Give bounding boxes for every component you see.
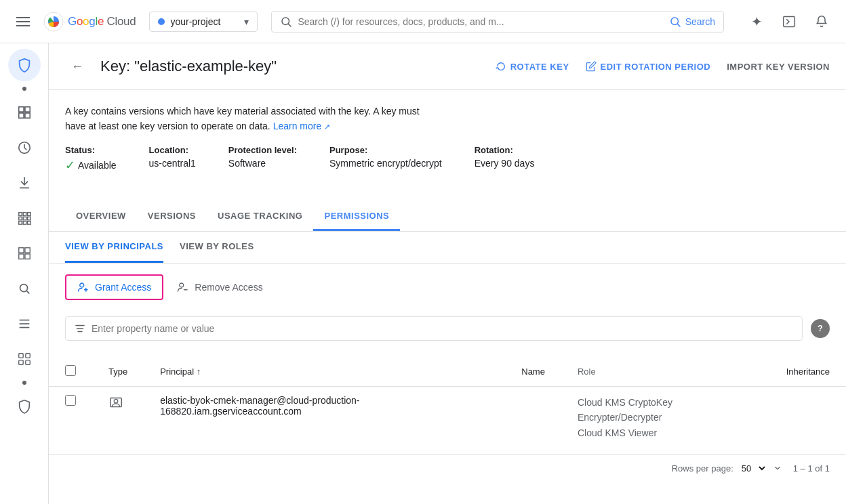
- help-button[interactable]: ?: [811, 319, 830, 338]
- svg-rect-30: [25, 354, 29, 358]
- main-layout: ← Key: "elastic-example-key" ROTATE KEY …: [0, 43, 846, 504]
- sidebar-item-grid[interactable]: [8, 202, 41, 234]
- inheritance-header: Inheritance: [770, 357, 846, 387]
- table: Type Principal ↑ Name Role Inheritance: [49, 357, 846, 448]
- svg-line-4: [677, 24, 680, 26]
- project-dot-icon: [158, 18, 165, 25]
- meta-purpose: Purpose: Symmetric encrypt/decrypt: [329, 145, 442, 173]
- tab-usage[interactable]: USAGE TRACKING: [207, 203, 313, 231]
- project-selector[interactable]: your-project ▾: [149, 12, 258, 32]
- grid-icon: [17, 211, 32, 226]
- page-body: A key contains versions which have key m…: [49, 90, 846, 203]
- main-tabs: OVERVIEW VERSIONS USAGE TRACKING PERMISS…: [49, 203, 846, 232]
- sidebar-item-dashboard[interactable]: [8, 96, 41, 129]
- svg-rect-32: [25, 360, 29, 364]
- svg-rect-9: [24, 113, 29, 118]
- svg-point-34: [180, 283, 184, 287]
- edit-icon: [586, 61, 597, 72]
- pagination-info: 1 – 1 of 1: [793, 463, 830, 474]
- sub-tabs: VIEW BY PRINCIPALS VIEW BY ROLES: [49, 232, 846, 264]
- remove-access-icon: [177, 281, 189, 293]
- row-checkbox[interactable]: [65, 395, 76, 406]
- rows-per-page-select[interactable]: 50 25 100: [739, 463, 767, 474]
- row-role-cell: Cloud KMS CryptoKey Encrypter/Decrypter …: [561, 386, 770, 448]
- sidebar-item-download[interactable]: [8, 167, 41, 199]
- svg-rect-23: [24, 254, 29, 259]
- rotate-key-button[interactable]: ROTATE KEY: [496, 61, 569, 72]
- sub-tab-roles[interactable]: VIEW BY ROLES: [180, 232, 254, 263]
- sub-tab-principals[interactable]: VIEW BY PRINCIPALS: [65, 232, 163, 263]
- principal-header: Principal ↑: [144, 357, 505, 387]
- terminal-icon: [782, 15, 796, 28]
- svg-line-25: [26, 291, 29, 293]
- search-button[interactable]: Search: [669, 16, 715, 28]
- svg-line-2: [289, 24, 291, 26]
- svg-rect-14: [18, 217, 22, 220]
- row-type-cell: [92, 386, 144, 448]
- search-input[interactable]: [298, 16, 663, 27]
- sidebar-item-shield2[interactable]: [8, 390, 41, 423]
- svg-rect-8: [18, 113, 23, 118]
- learn-more-link[interactable]: Learn more ↗: [273, 121, 330, 131]
- tab-permissions[interactable]: PERMISSIONS: [313, 203, 400, 231]
- svg-rect-7: [24, 107, 29, 112]
- project-name: your-project: [170, 16, 239, 27]
- remove-access-button[interactable]: Remove Access: [172, 276, 268, 299]
- search-icon: [280, 16, 292, 28]
- sidebar-item-list[interactable]: [8, 308, 41, 340]
- type-header: Type: [92, 357, 144, 387]
- svg-point-1: [282, 18, 289, 25]
- terminal-button[interactable]: [776, 8, 803, 35]
- search-btn-icon: [669, 16, 681, 28]
- dropdown-icon: [773, 463, 782, 473]
- edit-rotation-button[interactable]: EDIT ROTATION PERIOD: [586, 61, 711, 72]
- table-footer: Rows per page: 50 25 100 1 – 1 of 1: [49, 454, 846, 482]
- role-header: Role: [561, 357, 770, 387]
- svg-rect-16: [27, 217, 31, 220]
- notification-button[interactable]: [808, 8, 835, 35]
- table-row: elastic-byok-cmek-manager@cloud-producti…: [49, 386, 846, 448]
- svg-rect-18: [23, 222, 26, 225]
- table-header-row: Type Principal ↑ Name Role Inheritance: [49, 357, 846, 387]
- select-all-header: [49, 357, 92, 387]
- permissions-table: Type Principal ↑ Name Role Inheritance: [49, 357, 846, 448]
- meta-protection: Protection level: Software: [228, 145, 297, 173]
- sparkle-button[interactable]: ✦: [743, 8, 770, 35]
- import-key-button[interactable]: IMPORT KEY VERSION: [727, 62, 830, 72]
- download-icon: [17, 175, 32, 190]
- sidebar-item-apps[interactable]: [8, 343, 41, 375]
- shield-icon: [17, 58, 32, 72]
- filter-row: ?: [49, 311, 846, 346]
- filter-input[interactable]: [92, 323, 794, 334]
- tab-overview[interactable]: OVERVIEW: [65, 203, 137, 231]
- search-bar[interactable]: Search: [271, 11, 724, 33]
- sidebar: [0, 43, 49, 504]
- topbar: Google Cloud your-project ▾ Search ✦: [0, 0, 846, 43]
- sidebar-item-shield[interactable]: [8, 49, 41, 81]
- back-button[interactable]: ←: [65, 54, 89, 79]
- page-title: Key: "elastic-example-key": [100, 58, 485, 75]
- svg-point-40: [114, 399, 118, 403]
- search-sidebar-icon: [17, 281, 32, 296]
- svg-rect-31: [18, 360, 22, 364]
- sidebar-dot-1: [22, 87, 26, 91]
- sidebar-item-security[interactable]: [8, 131, 41, 164]
- menu-button[interactable]: [11, 12, 35, 32]
- meta-location: Location: us-central1: [149, 145, 196, 173]
- tab-versions[interactable]: VERSIONS: [137, 203, 207, 231]
- sidebar-item-search[interactable]: [8, 272, 41, 305]
- key-description: A key contains versions which have key m…: [65, 104, 499, 134]
- row-principal-cell: elastic-byok-cmek-manager@cloud-producti…: [144, 386, 505, 448]
- sidebar-item-layers[interactable]: [8, 237, 41, 270]
- google-logo-icon: [43, 12, 64, 32]
- svg-rect-6: [18, 107, 23, 112]
- select-all-checkbox[interactable]: [65, 365, 76, 376]
- svg-rect-11: [18, 213, 22, 216]
- svg-rect-21: [18, 254, 23, 259]
- filter-container[interactable]: [65, 316, 803, 341]
- rotate-icon: [496, 61, 506, 72]
- grant-access-button[interactable]: Grant Access: [65, 274, 163, 300]
- layers-icon: [17, 246, 32, 261]
- page-actions: ROTATE KEY EDIT ROTATION PERIOD IMPORT K…: [496, 61, 830, 72]
- security-icon: [17, 140, 32, 155]
